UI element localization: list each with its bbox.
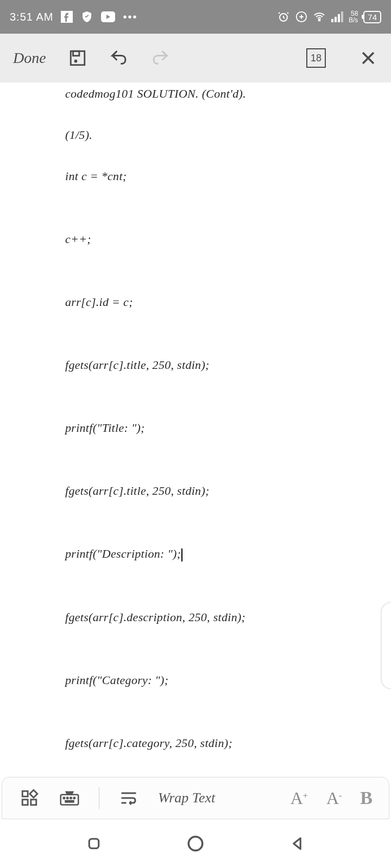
status-right: 58 B/s 74 — [277, 10, 381, 23]
editor-content[interactable]: codedmog101 SOLUTION. (Cont'd). (1/5). i… — [0, 82, 391, 777]
svg-rect-13 — [22, 800, 28, 805]
divider — [99, 787, 99, 809]
code-line-cursor[interactable]: printf("Description: "); — [65, 547, 391, 561]
close-icon[interactable] — [358, 48, 378, 68]
bold-button[interactable]: B — [360, 788, 373, 808]
apps-grid-icon[interactable] — [18, 787, 40, 809]
svg-rect-5 — [331, 19, 333, 22]
svg-point-20 — [74, 797, 75, 799]
back-button[interactable] — [286, 833, 308, 854]
svg-point-17 — [64, 797, 65, 799]
wrap-text-label[interactable]: Wrap Text — [158, 790, 215, 806]
wifi-icon — [313, 10, 326, 23]
code-line[interactable]: (1/5). — [65, 128, 391, 142]
font-decrease-button[interactable]: A- — [326, 788, 342, 808]
code-line[interactable]: int c = *cnt; — [65, 169, 391, 183]
svg-point-18 — [67, 797, 68, 799]
svg-point-4 — [318, 20, 320, 21]
save-icon[interactable] — [68, 48, 87, 68]
signal-icon — [331, 11, 343, 22]
format-toolbar: Wrap Text A+ A- B — [2, 777, 389, 819]
svg-point-23 — [188, 837, 203, 851]
plus-circle-icon — [295, 11, 307, 23]
net-speed: 58 B/s — [349, 10, 358, 23]
wrap-text-icon[interactable] — [118, 787, 140, 809]
svg-rect-15 — [30, 790, 37, 797]
home-button[interactable] — [185, 833, 206, 854]
font-increase-button[interactable]: A+ — [291, 788, 308, 808]
svg-rect-8 — [341, 11, 343, 22]
undo-icon[interactable] — [109, 48, 129, 68]
alarm-icon — [277, 10, 290, 23]
shield-check-icon — [80, 10, 93, 23]
page-count-box[interactable]: 18 — [306, 48, 326, 68]
svg-point-11 — [75, 60, 77, 62]
code-line[interactable]: printf("Title: "); — [65, 421, 391, 435]
code-line[interactable]: codedmog101 SOLUTION. (Cont'd). — [65, 87, 391, 101]
code-line[interactable]: fgets(arr[c].title, 250, stdin); — [65, 484, 391, 498]
svg-rect-12 — [22, 791, 28, 796]
svg-rect-22 — [90, 839, 99, 848]
system-nav-bar — [0, 819, 391, 868]
done-button[interactable]: Done — [13, 49, 46, 67]
redo-icon[interactable] — [150, 48, 170, 68]
keyboard-icon[interactable] — [59, 787, 80, 809]
code-line[interactable]: fgets(arr[c].description, 250, stdin); — [65, 610, 391, 624]
app-toolbar: Done 18 — [0, 34, 391, 82]
recent-apps-button[interactable] — [83, 833, 105, 854]
code-line[interactable]: fgets(arr[c].category, 250, stdin); — [65, 736, 391, 750]
code-line[interactable]: fgets(arr[c].title, 250, stdin); — [65, 358, 391, 372]
svg-rect-10 — [73, 51, 79, 56]
code-line[interactable]: printf("Category: "); — [65, 673, 391, 687]
status-time: 3:51 AM — [10, 11, 53, 23]
code-line[interactable]: c++; — [65, 232, 391, 246]
code-line[interactable]: arr[c].id = c; — [65, 295, 391, 309]
svg-rect-6 — [335, 17, 337, 22]
svg-rect-7 — [338, 14, 340, 22]
svg-rect-16 — [61, 795, 79, 805]
svg-point-19 — [70, 797, 72, 799]
youtube-icon — [101, 11, 115, 22]
status-bar: 3:51 AM ••• 58 B/s 74 — [0, 0, 391, 34]
svg-rect-14 — [31, 800, 36, 805]
status-left: 3:51 AM ••• — [10, 10, 137, 23]
side-tab-handle[interactable] — [381, 602, 391, 689]
battery-indicator: 74 — [363, 11, 381, 23]
svg-rect-21 — [66, 801, 74, 802]
facebook-icon — [61, 11, 73, 23]
more-dots-icon: ••• — [123, 11, 137, 23]
